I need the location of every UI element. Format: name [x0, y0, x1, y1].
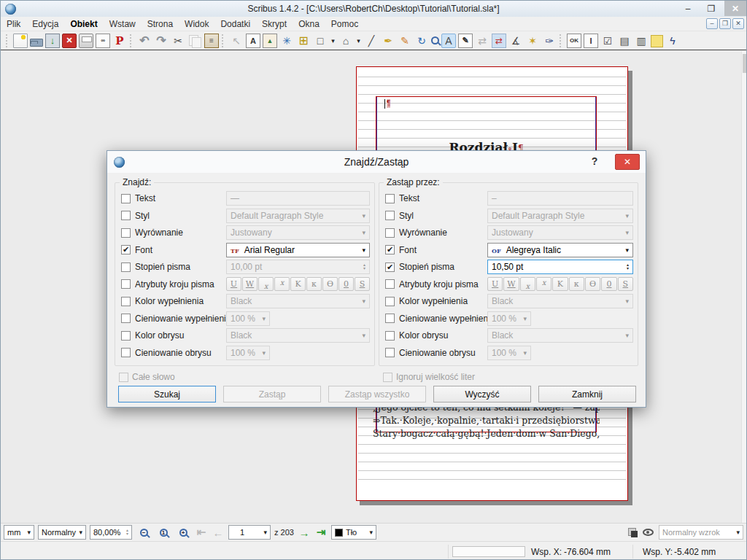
subscript-attr-button[interactable]: x [258, 277, 274, 291]
redo-icon[interactable]: ↷ [154, 34, 169, 48]
next-page-button[interactable]: → [298, 526, 311, 539]
preview-eye-icon[interactable] [643, 529, 654, 536]
replace-button[interactable]: Zastąp [223, 386, 321, 402]
menu-item-plik[interactable]: Plik [1, 19, 26, 29]
insert-table-icon[interactable]: ⊞ [296, 34, 311, 48]
vision-select[interactable]: Normalny wzrok▾ [659, 525, 743, 540]
select-item-icon[interactable]: ↖ [229, 34, 244, 48]
find-style-select[interactable]: Default Paragraph Style▾ [226, 209, 370, 223]
menu-item-okna[interactable]: Okna [293, 19, 325, 29]
all-caps-attr-button[interactable]: K [290, 277, 306, 291]
replace-size-checkbox[interactable]: ✔ [385, 262, 395, 272]
find-style-checkbox[interactable] [121, 211, 131, 220]
menu-item-skrypt[interactable]: Skrypt [256, 19, 293, 29]
find-size-checkbox[interactable] [121, 262, 131, 272]
page-number-select[interactable]: 1▾ [228, 525, 271, 540]
replace-fill-shade-spinbox[interactable]: 100 %▾ [487, 311, 531, 326]
replace-font-checkbox[interactable]: ✔ [385, 245, 395, 254]
paste-icon[interactable]: ≡ [204, 34, 219, 48]
ignore-case-checkbox[interactable] [383, 373, 392, 382]
replace-stroke-shade-checkbox[interactable] [385, 348, 395, 357]
print-document-icon[interactable] [79, 34, 93, 48]
pdf-list-box-icon[interactable]: ▥ [634, 34, 649, 48]
spin-arrows-icon[interactable]: ▴▾ [126, 529, 128, 536]
undo-icon[interactable]: ↶ [137, 34, 152, 48]
menu-item-widok[interactable]: Widok [179, 19, 214, 29]
close-dialog-button[interactable]: Zamknij [538, 386, 636, 402]
zoom-out-button[interactable]: − [136, 525, 152, 540]
vertical-scrollbar[interactable] [741, 51, 747, 523]
menu-item-pomoc[interactable]: Pomoc [325, 19, 364, 29]
find-attrs-checkbox[interactable] [121, 279, 131, 289]
whole-word-option[interactable]: Całe słowo [119, 372, 175, 382]
link-text-frames-icon[interactable]: ⇄ [475, 34, 489, 48]
find-stroke-color-checkbox[interactable] [121, 331, 131, 341]
find-font-select[interactable]: TFArial Regular▾ [226, 243, 370, 257]
dialog-help-button[interactable]: ? [589, 155, 600, 167]
find-stroke-shade-spinbox[interactable]: 100 %▾ [226, 346, 270, 360]
spin-arrows-icon[interactable]: ▴▾ [627, 263, 629, 271]
pdf-checkbox-icon[interactable]: ☑ [600, 34, 615, 48]
rotate-item-icon[interactable]: ↻ [414, 34, 429, 48]
replace-stroke-color-select[interactable]: Black▾ [487, 328, 633, 343]
replace-attrs-checkbox[interactable] [385, 279, 395, 289]
menu-item-edycja[interactable]: Edycja [26, 19, 64, 29]
replace-text-input[interactable]: – [487, 191, 633, 206]
find-stroke-shade-checkbox[interactable] [121, 348, 131, 357]
insert-shape-icon[interactable]: □ [313, 34, 328, 48]
spin-arrows-icon[interactable]: ▴▾ [363, 263, 365, 271]
open-document-icon[interactable] [30, 39, 43, 47]
menu-item-obiekt[interactable]: Obiekt [64, 19, 103, 29]
preflight-verifier-icon[interactable]: ∞ [96, 34, 110, 48]
replace-fill-color-select[interactable]: Black▾ [487, 294, 633, 308]
strikethrough-attr-button[interactable]: Ɵ [585, 277, 600, 291]
menu-item-wstaw[interactable]: Wstaw [104, 19, 142, 29]
subscript-attr-button[interactable]: x [520, 277, 535, 291]
save-document-icon[interactable]: ↓ [45, 34, 60, 48]
replace-text-checkbox[interactable] [385, 194, 395, 203]
close-button[interactable]: ✕ [724, 1, 746, 16]
find-fill-shade-checkbox[interactable] [121, 314, 131, 323]
superscript-attr-button[interactable]: x [536, 277, 551, 291]
pdf-combo-box-icon[interactable]: ▤ [617, 34, 632, 48]
last-page-button[interactable]: ⇥ [314, 526, 328, 539]
ignore-case-option[interactable]: Ignoruj wielkość liter [383, 372, 475, 382]
underline-attr-button[interactable]: U [487, 277, 503, 291]
mdi-restore-button[interactable]: ❐ [719, 18, 731, 29]
replace-style-select[interactable]: Default Paragraph Style▾ [487, 209, 633, 223]
find-text-checkbox[interactable] [121, 194, 131, 203]
replace-stroke-color-checkbox[interactable] [385, 331, 395, 341]
find-stroke-color-select[interactable]: Black▾ [226, 328, 370, 343]
find-align-checkbox[interactable] [121, 228, 131, 238]
replace-font-select[interactable]: OFAlegreya Italic▾ [487, 243, 633, 257]
outline-attr-button[interactable]: 0 [338, 277, 354, 291]
copy-icon[interactable] [187, 34, 202, 48]
unlink-text-frames-icon[interactable]: ⇄ [492, 34, 506, 48]
minimize-button[interactable]: – [678, 1, 698, 16]
restore-button[interactable]: ❐ [701, 1, 721, 16]
mdi-close-button[interactable]: ✕ [732, 18, 744, 29]
shape-dropdown-icon[interactable]: ▾ [330, 34, 336, 48]
insert-image-frame-icon[interactable]: ▲ [263, 34, 277, 48]
zoom-spinbox[interactable]: 80,00%▴▾ [90, 525, 132, 540]
previous-page-button[interactable]: ← [212, 526, 225, 539]
close-document-icon[interactable]: ✕ [62, 34, 77, 48]
insert-render-frame-icon[interactable]: ✳ [279, 34, 294, 48]
strikethrough-attr-button[interactable]: Ɵ [322, 277, 338, 291]
whole-word-checkbox[interactable] [119, 373, 128, 382]
eye-dropper-icon[interactable]: ✑ [542, 34, 557, 48]
dialog-title-bar[interactable]: Znajdź/Zastąp ? ✕ [107, 151, 646, 173]
insert-line-icon[interactable]: ╱ [364, 34, 379, 48]
pdf-push-button-icon[interactable]: OK [567, 34, 581, 48]
insert-bezier-icon[interactable]: ✒ [381, 34, 395, 48]
text-annotation-icon[interactable] [651, 35, 663, 47]
search-button[interactable]: Szukaj [118, 386, 216, 402]
insert-freehand-line-icon[interactable]: ✎ [398, 34, 412, 48]
replace-align-checkbox[interactable] [385, 228, 395, 238]
mdi-minimize-button[interactable]: – [706, 18, 718, 29]
menu-item-dodatki[interactable]: Dodatki [214, 19, 256, 29]
word-underline-attr-button[interactable]: W [242, 277, 258, 291]
find-fill-color-select[interactable]: Black▾ [226, 294, 370, 308]
layer-indicator-icon[interactable] [628, 528, 638, 537]
outline-attr-button[interactable]: 0 [601, 277, 616, 291]
